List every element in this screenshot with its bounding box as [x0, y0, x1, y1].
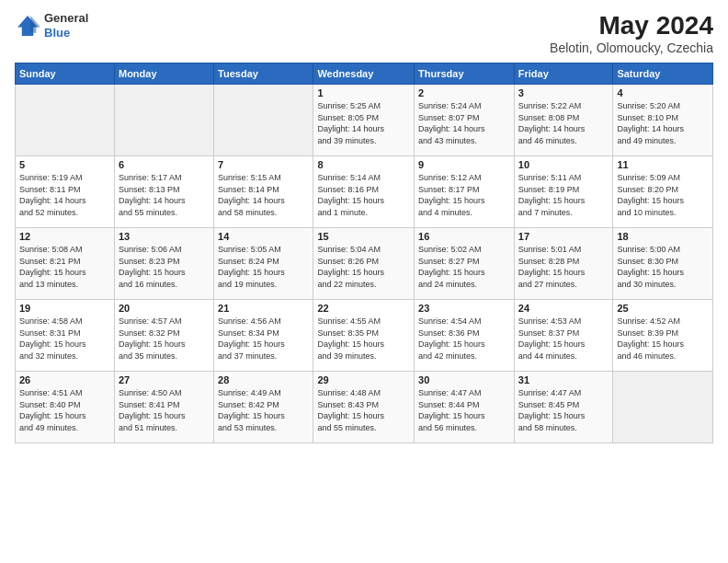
calendar-cell: 1Sunrise: 5:25 AMSunset: 8:05 PMDaylight…	[313, 85, 415, 156]
sunset-text: Sunset: 8:23 PM	[119, 256, 210, 268]
sunrise-text: Sunrise: 5:14 AM	[317, 172, 410, 184]
day-number: 11	[617, 159, 709, 170]
calendar-cell: 6Sunrise: 5:17 AMSunset: 8:13 PMDaylight…	[114, 156, 213, 228]
sunset-text: Sunset: 8:20 PM	[617, 184, 709, 196]
day-info: Sunrise: 5:08 AMSunset: 8:21 PMDaylight:…	[19, 244, 110, 290]
day-number: 13	[119, 231, 210, 242]
daylight-text: Daylight: 15 hours	[317, 267, 410, 279]
header: General Blue May 2024 Belotin, Olomoucky…	[15, 11, 713, 55]
logo-general: General	[44, 11, 88, 26]
sunrise-text: Sunrise: 5:02 AM	[418, 244, 510, 256]
day-number: 7	[218, 159, 309, 170]
page: General Blue May 2024 Belotin, Olomoucky…	[0, 0, 728, 563]
calendar-cell: 17Sunrise: 5:01 AMSunset: 8:28 PMDayligh…	[514, 228, 613, 300]
daylight-text: Daylight: 15 hours	[119, 267, 210, 279]
daylight-text: Daylight: 14 hours	[119, 195, 210, 207]
calendar-cell: 30Sunrise: 4:47 AMSunset: 8:44 PMDayligh…	[415, 372, 515, 443]
sunrise-text: Sunrise: 4:55 AM	[317, 316, 410, 327]
daylight-text: and 22 minutes.	[317, 279, 410, 291]
col-thursday: Thursday	[415, 63, 515, 85]
sunrise-text: Sunrise: 4:54 AM	[418, 316, 510, 327]
month-year: May 2024	[550, 11, 713, 40]
day-number: 31	[518, 374, 609, 385]
calendar-cell: 23Sunrise: 4:54 AMSunset: 8:36 PMDayligh…	[415, 300, 515, 372]
calendar-cell	[114, 85, 213, 156]
sunset-text: Sunset: 8:08 PM	[518, 112, 609, 124]
col-sunday: Sunday	[16, 63, 115, 85]
day-info: Sunrise: 5:04 AMSunset: 8:26 PMDaylight:…	[317, 244, 410, 290]
daylight-text: and 39 minutes.	[317, 135, 410, 147]
location: Belotin, Olomoucky, Czechia	[550, 40, 713, 55]
calendar-cell: 10Sunrise: 5:11 AMSunset: 8:19 PMDayligh…	[514, 156, 613, 228]
day-info: Sunrise: 5:01 AMSunset: 8:28 PMDaylight:…	[518, 244, 609, 290]
sunrise-text: Sunrise: 4:58 AM	[19, 316, 110, 327]
sunrise-text: Sunrise: 5:04 AM	[317, 244, 410, 256]
sunrise-text: Sunrise: 5:12 AM	[418, 172, 510, 184]
day-info: Sunrise: 4:52 AMSunset: 8:39 PMDaylight:…	[617, 316, 709, 362]
sunrise-text: Sunrise: 5:15 AM	[218, 172, 309, 184]
sunrise-text: Sunrise: 5:11 AM	[518, 172, 609, 184]
sunset-text: Sunset: 8:40 PM	[19, 399, 110, 411]
col-saturday: Saturday	[613, 63, 713, 85]
day-info: Sunrise: 4:49 AMSunset: 8:42 PMDaylight:…	[218, 387, 309, 433]
daylight-text: and 13 minutes.	[19, 279, 110, 291]
sunrise-text: Sunrise: 5:22 AM	[518, 100, 609, 112]
day-number: 15	[317, 231, 410, 242]
day-number: 23	[418, 303, 510, 314]
sunset-text: Sunset: 8:42 PM	[218, 399, 309, 411]
sunrise-text: Sunrise: 4:51 AM	[19, 387, 110, 399]
logo-blue: Blue	[44, 26, 88, 40]
daylight-text: Daylight: 15 hours	[518, 195, 609, 207]
daylight-text: and 35 minutes.	[119, 350, 210, 362]
daylight-text: and 43 minutes.	[418, 135, 510, 147]
sunset-text: Sunset: 8:16 PM	[317, 184, 410, 196]
sunrise-text: Sunrise: 4:47 AM	[418, 387, 510, 399]
daylight-text: Daylight: 14 hours	[218, 195, 309, 207]
daylight-text: and 30 minutes.	[617, 279, 709, 291]
daylight-text: Daylight: 14 hours	[418, 123, 510, 135]
sunset-text: Sunset: 8:44 PM	[418, 399, 510, 411]
calendar-cell: 14Sunrise: 5:05 AMSunset: 8:24 PMDayligh…	[214, 228, 313, 300]
logo-icon	[15, 13, 40, 39]
sunset-text: Sunset: 8:14 PM	[218, 184, 309, 196]
sunrise-text: Sunrise: 4:53 AM	[518, 316, 609, 327]
calendar-cell	[214, 85, 313, 156]
daylight-text: Daylight: 14 hours	[518, 123, 609, 135]
day-info: Sunrise: 5:12 AMSunset: 8:17 PMDaylight:…	[418, 172, 510, 218]
day-info: Sunrise: 5:14 AMSunset: 8:16 PMDaylight:…	[317, 172, 410, 218]
calendar-cell: 28Sunrise: 4:49 AMSunset: 8:42 PMDayligh…	[214, 372, 313, 443]
day-info: Sunrise: 5:11 AMSunset: 8:19 PMDaylight:…	[518, 172, 609, 218]
col-friday: Friday	[514, 63, 613, 85]
day-number: 2	[418, 87, 510, 98]
calendar-cell: 4Sunrise: 5:20 AMSunset: 8:10 PMDaylight…	[613, 85, 713, 156]
day-info: Sunrise: 4:54 AMSunset: 8:36 PMDaylight:…	[418, 316, 510, 362]
sunrise-text: Sunrise: 5:09 AM	[617, 172, 709, 184]
calendar-week-2: 5Sunrise: 5:19 AMSunset: 8:11 PMDaylight…	[16, 156, 713, 228]
sunrise-text: Sunrise: 5:08 AM	[19, 244, 110, 256]
daylight-text: Daylight: 15 hours	[119, 339, 210, 350]
daylight-text: and 42 minutes.	[418, 350, 510, 362]
daylight-text: and 1 minute.	[317, 207, 410, 219]
sunset-text: Sunset: 8:31 PM	[19, 327, 110, 339]
sunrise-text: Sunrise: 5:19 AM	[19, 172, 110, 184]
calendar-week-4: 19Sunrise: 4:58 AMSunset: 8:31 PMDayligh…	[16, 300, 713, 372]
day-number: 4	[617, 87, 709, 98]
day-number: 16	[418, 231, 510, 242]
day-number: 3	[518, 87, 609, 98]
calendar-cell: 7Sunrise: 5:15 AMSunset: 8:14 PMDaylight…	[214, 156, 313, 228]
col-wednesday: Wednesday	[313, 63, 415, 85]
daylight-text: Daylight: 15 hours	[617, 267, 709, 279]
daylight-text: and 52 minutes.	[19, 207, 110, 219]
daylight-text: and 46 minutes.	[518, 135, 609, 147]
day-info: Sunrise: 4:47 AMSunset: 8:44 PMDaylight:…	[418, 387, 510, 433]
day-info: Sunrise: 4:51 AMSunset: 8:40 PMDaylight:…	[19, 387, 110, 433]
sunset-text: Sunset: 8:24 PM	[218, 256, 309, 268]
col-tuesday: Tuesday	[214, 63, 313, 85]
day-number: 14	[218, 231, 309, 242]
sunset-text: Sunset: 8:37 PM	[518, 327, 609, 339]
daylight-text: and 16 minutes.	[119, 279, 210, 291]
sunrise-text: Sunrise: 4:49 AM	[218, 387, 309, 399]
daylight-text: and 10 minutes.	[617, 207, 709, 219]
daylight-text: Daylight: 15 hours	[418, 339, 510, 350]
day-info: Sunrise: 5:05 AMSunset: 8:24 PMDaylight:…	[218, 244, 309, 290]
